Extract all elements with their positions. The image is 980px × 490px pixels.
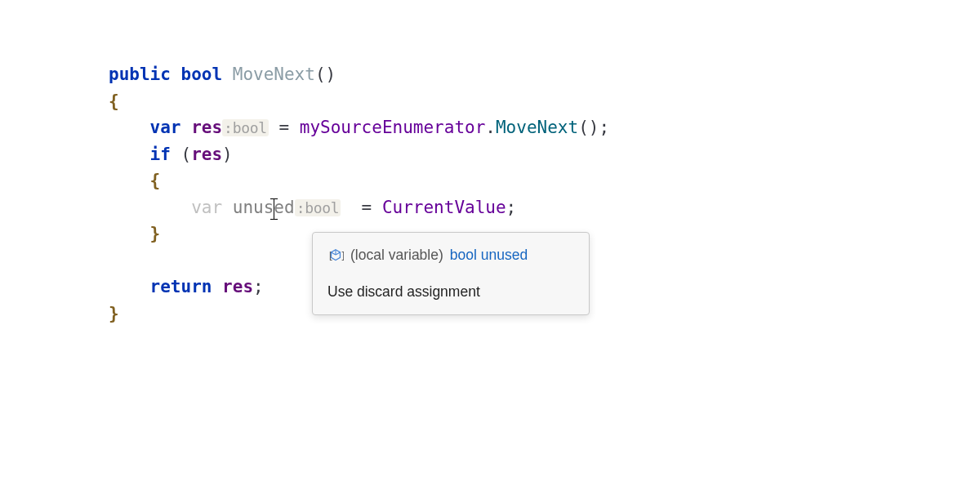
code-line-brace-open[interactable]: { bbox=[109, 88, 980, 115]
tooltip-var-name: unused bbox=[481, 247, 528, 263]
semicolon: ; bbox=[253, 277, 264, 296]
variable-res: res bbox=[191, 118, 222, 137]
code-line-var-res[interactable]: var res:bool = mySourceEnumerator.MoveNe… bbox=[109, 114, 980, 141]
parens: () bbox=[315, 65, 336, 84]
cube-icon: [ ] bbox=[327, 247, 344, 264]
type-hint: :bool bbox=[295, 199, 341, 216]
brace-open: { bbox=[109, 91, 119, 111]
keyword-return: return bbox=[150, 277, 212, 296]
call-movenext: MoveNext bbox=[496, 118, 578, 137]
brace-open: { bbox=[150, 171, 161, 190]
operator-assign: = bbox=[269, 118, 300, 137]
operator-assign: = bbox=[341, 198, 382, 217]
property-currentvalue: CurrentValue bbox=[382, 198, 506, 217]
tooltip-action-row[interactable]: Use discard assignment bbox=[313, 274, 589, 314]
brace-close: } bbox=[109, 304, 119, 323]
keyword-public: public bbox=[109, 65, 171, 84]
tooltip-action-text: Use discard assignment bbox=[327, 283, 480, 300]
text-caret bbox=[274, 198, 274, 220]
dot: . bbox=[485, 118, 496, 137]
code-line-if[interactable]: if (res) bbox=[109, 141, 980, 168]
variable-res: res bbox=[191, 145, 222, 164]
variable-unused-pre: unus bbox=[233, 198, 274, 217]
tooltip-type: bool bbox=[450, 247, 477, 263]
tooltip-info-row: [ ] (local variable) bool unused bbox=[313, 233, 589, 274]
field-enumerator: mySourceEnumerator bbox=[300, 118, 486, 137]
paren-open: ( bbox=[171, 145, 191, 164]
keyword-bool: bool bbox=[181, 65, 223, 84]
keyword-var-unused: var bbox=[191, 198, 222, 217]
paren-close: ) bbox=[222, 145, 233, 164]
code-line-brace-open-inner[interactable]: { bbox=[109, 167, 980, 194]
keyword-if: if bbox=[150, 145, 171, 164]
method-name: MoveNext bbox=[233, 65, 315, 84]
hover-tooltip: [ ] (local variable) bool unused Use dis… bbox=[312, 232, 590, 315]
variable-unused-post: ed bbox=[274, 198, 294, 217]
brace-close: } bbox=[150, 224, 161, 243]
semicolon: ; bbox=[506, 198, 517, 217]
tooltip-local-var-label: (local variable) bbox=[350, 244, 443, 266]
variable-res: res bbox=[222, 277, 253, 296]
code-line-unused[interactable]: var unused:bool = CurrentValue; bbox=[109, 194, 980, 221]
svg-text:]: ] bbox=[340, 249, 344, 261]
keyword-var: var bbox=[150, 118, 181, 137]
semicolon: ; bbox=[599, 118, 609, 137]
parens: () bbox=[578, 118, 599, 137]
code-line-signature[interactable]: public bool MoveNext() bbox=[109, 61, 980, 88]
type-hint: :bool bbox=[222, 119, 269, 136]
